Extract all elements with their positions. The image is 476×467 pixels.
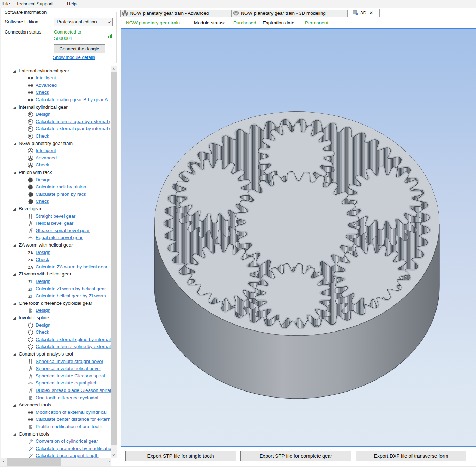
svg-text:ZA: ZA [28, 250, 33, 255]
svg-text:ZI: ZI [28, 279, 32, 284]
svg-text:ZA: ZA [28, 265, 33, 269]
svg-text:ZI: ZI [28, 294, 32, 298]
svg-text:ZA: ZA [28, 258, 33, 262]
svg-text:ZI: ZI [28, 287, 32, 291]
